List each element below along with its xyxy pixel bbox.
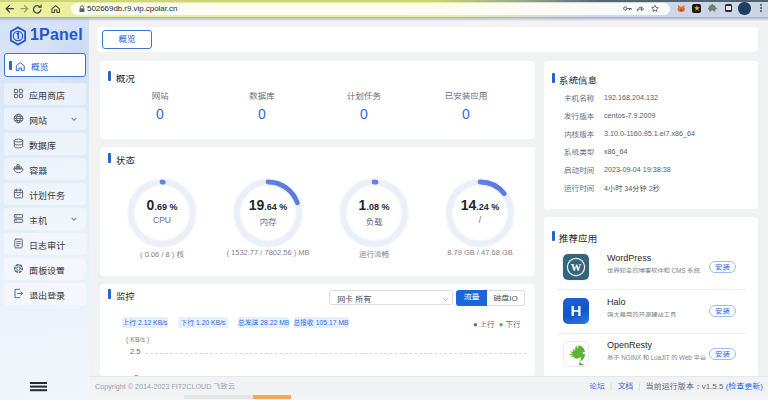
svg-text:W: W	[571, 262, 582, 273]
